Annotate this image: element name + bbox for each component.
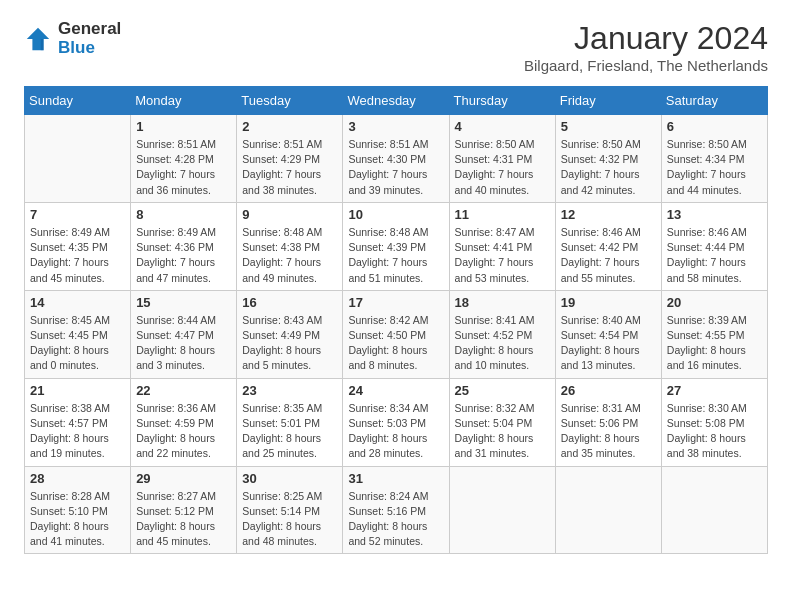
calendar-cell: 6Sunrise: 8:50 AM Sunset: 4:34 PM Daylig… [661,115,767,203]
day-info: Sunrise: 8:31 AM Sunset: 5:06 PM Dayligh… [561,401,656,462]
calendar-week-2: 7Sunrise: 8:49 AM Sunset: 4:35 PM Daylig… [25,202,768,290]
day-number: 10 [348,207,443,222]
day-number: 26 [561,383,656,398]
calendar-title: January 2024 [524,20,768,57]
calendar-cell: 21Sunrise: 8:38 AM Sunset: 4:57 PM Dayli… [25,378,131,466]
calendar-cell: 22Sunrise: 8:36 AM Sunset: 4:59 PM Dayli… [131,378,237,466]
calendar-cell [25,115,131,203]
day-info: Sunrise: 8:49 AM Sunset: 4:36 PM Dayligh… [136,225,231,286]
day-number: 4 [455,119,550,134]
day-number: 22 [136,383,231,398]
day-info: Sunrise: 8:38 AM Sunset: 4:57 PM Dayligh… [30,401,125,462]
day-info: Sunrise: 8:44 AM Sunset: 4:47 PM Dayligh… [136,313,231,374]
day-info: Sunrise: 8:51 AM Sunset: 4:29 PM Dayligh… [242,137,337,198]
logo-text: General Blue [58,20,121,57]
calendar-cell: 11Sunrise: 8:47 AM Sunset: 4:41 PM Dayli… [449,202,555,290]
day-info: Sunrise: 8:34 AM Sunset: 5:03 PM Dayligh… [348,401,443,462]
day-number: 19 [561,295,656,310]
calendar-week-4: 21Sunrise: 8:38 AM Sunset: 4:57 PM Dayli… [25,378,768,466]
day-header-wednesday: Wednesday [343,87,449,115]
calendar-cell: 16Sunrise: 8:43 AM Sunset: 4:49 PM Dayli… [237,290,343,378]
day-info: Sunrise: 8:46 AM Sunset: 4:44 PM Dayligh… [667,225,762,286]
calendar-cell: 1Sunrise: 8:51 AM Sunset: 4:28 PM Daylig… [131,115,237,203]
day-number: 16 [242,295,337,310]
day-info: Sunrise: 8:27 AM Sunset: 5:12 PM Dayligh… [136,489,231,550]
calendar-cell: 30Sunrise: 8:25 AM Sunset: 5:14 PM Dayli… [237,466,343,554]
day-number: 5 [561,119,656,134]
day-info: Sunrise: 8:45 AM Sunset: 4:45 PM Dayligh… [30,313,125,374]
calendar-cell: 10Sunrise: 8:48 AM Sunset: 4:39 PM Dayli… [343,202,449,290]
calendar-cell: 28Sunrise: 8:28 AM Sunset: 5:10 PM Dayli… [25,466,131,554]
day-number: 9 [242,207,337,222]
calendar-cell: 13Sunrise: 8:46 AM Sunset: 4:44 PM Dayli… [661,202,767,290]
day-number: 30 [242,471,337,486]
calendar-cell: 8Sunrise: 8:49 AM Sunset: 4:36 PM Daylig… [131,202,237,290]
day-info: Sunrise: 8:36 AM Sunset: 4:59 PM Dayligh… [136,401,231,462]
day-number: 7 [30,207,125,222]
day-number: 29 [136,471,231,486]
day-info: Sunrise: 8:50 AM Sunset: 4:34 PM Dayligh… [667,137,762,198]
calendar-subtitle: Bilgaard, Friesland, The Netherlands [524,57,768,74]
day-info: Sunrise: 8:25 AM Sunset: 5:14 PM Dayligh… [242,489,337,550]
day-info: Sunrise: 8:51 AM Sunset: 4:28 PM Dayligh… [136,137,231,198]
calendar-cell: 3Sunrise: 8:51 AM Sunset: 4:30 PM Daylig… [343,115,449,203]
day-info: Sunrise: 8:35 AM Sunset: 5:01 PM Dayligh… [242,401,337,462]
calendar-cell [449,466,555,554]
day-info: Sunrise: 8:51 AM Sunset: 4:30 PM Dayligh… [348,137,443,198]
day-info: Sunrise: 8:50 AM Sunset: 4:31 PM Dayligh… [455,137,550,198]
calendar-body: 1Sunrise: 8:51 AM Sunset: 4:28 PM Daylig… [25,115,768,554]
day-info: Sunrise: 8:41 AM Sunset: 4:52 PM Dayligh… [455,313,550,374]
calendar-cell: 17Sunrise: 8:42 AM Sunset: 4:50 PM Dayli… [343,290,449,378]
calendar-table: SundayMondayTuesdayWednesdayThursdayFrid… [24,86,768,554]
day-info: Sunrise: 8:30 AM Sunset: 5:08 PM Dayligh… [667,401,762,462]
calendar-cell: 18Sunrise: 8:41 AM Sunset: 4:52 PM Dayli… [449,290,555,378]
calendar-cell: 20Sunrise: 8:39 AM Sunset: 4:55 PM Dayli… [661,290,767,378]
calendar-cell: 9Sunrise: 8:48 AM Sunset: 4:38 PM Daylig… [237,202,343,290]
calendar-header: SundayMondayTuesdayWednesdayThursdayFrid… [25,87,768,115]
day-info: Sunrise: 8:50 AM Sunset: 4:32 PM Dayligh… [561,137,656,198]
calendar-week-5: 28Sunrise: 8:28 AM Sunset: 5:10 PM Dayli… [25,466,768,554]
calendar-week-3: 14Sunrise: 8:45 AM Sunset: 4:45 PM Dayli… [25,290,768,378]
calendar-cell: 4Sunrise: 8:50 AM Sunset: 4:31 PM Daylig… [449,115,555,203]
day-number: 28 [30,471,125,486]
calendar-cell [661,466,767,554]
day-info: Sunrise: 8:48 AM Sunset: 4:38 PM Dayligh… [242,225,337,286]
day-number: 8 [136,207,231,222]
calendar-cell: 14Sunrise: 8:45 AM Sunset: 4:45 PM Dayli… [25,290,131,378]
day-number: 17 [348,295,443,310]
day-info: Sunrise: 8:48 AM Sunset: 4:39 PM Dayligh… [348,225,443,286]
day-info: Sunrise: 8:40 AM Sunset: 4:54 PM Dayligh… [561,313,656,374]
calendar-cell: 29Sunrise: 8:27 AM Sunset: 5:12 PM Dayli… [131,466,237,554]
day-number: 23 [242,383,337,398]
day-header-friday: Friday [555,87,661,115]
logo: General Blue [24,20,121,57]
day-number: 25 [455,383,550,398]
day-info: Sunrise: 8:24 AM Sunset: 5:16 PM Dayligh… [348,489,443,550]
day-info: Sunrise: 8:42 AM Sunset: 4:50 PM Dayligh… [348,313,443,374]
calendar-cell: 15Sunrise: 8:44 AM Sunset: 4:47 PM Dayli… [131,290,237,378]
day-number: 14 [30,295,125,310]
day-number: 3 [348,119,443,134]
day-header-saturday: Saturday [661,87,767,115]
day-info: Sunrise: 8:39 AM Sunset: 4:55 PM Dayligh… [667,313,762,374]
day-number: 1 [136,119,231,134]
day-info: Sunrise: 8:28 AM Sunset: 5:10 PM Dayligh… [30,489,125,550]
calendar-week-1: 1Sunrise: 8:51 AM Sunset: 4:28 PM Daylig… [25,115,768,203]
day-number: 2 [242,119,337,134]
calendar-cell: 2Sunrise: 8:51 AM Sunset: 4:29 PM Daylig… [237,115,343,203]
logo-icon [24,25,52,53]
calendar-cell: 27Sunrise: 8:30 AM Sunset: 5:08 PM Dayli… [661,378,767,466]
day-number: 20 [667,295,762,310]
svg-marker-0 [27,27,49,49]
day-header-sunday: Sunday [25,87,131,115]
day-info: Sunrise: 8:43 AM Sunset: 4:49 PM Dayligh… [242,313,337,374]
calendar-cell: 25Sunrise: 8:32 AM Sunset: 5:04 PM Dayli… [449,378,555,466]
header-row: SundayMondayTuesdayWednesdayThursdayFrid… [25,87,768,115]
day-number: 11 [455,207,550,222]
day-info: Sunrise: 8:32 AM Sunset: 5:04 PM Dayligh… [455,401,550,462]
calendar-cell [555,466,661,554]
day-number: 6 [667,119,762,134]
calendar-cell: 31Sunrise: 8:24 AM Sunset: 5:16 PM Dayli… [343,466,449,554]
calendar-cell: 5Sunrise: 8:50 AM Sunset: 4:32 PM Daylig… [555,115,661,203]
day-info: Sunrise: 8:46 AM Sunset: 4:42 PM Dayligh… [561,225,656,286]
